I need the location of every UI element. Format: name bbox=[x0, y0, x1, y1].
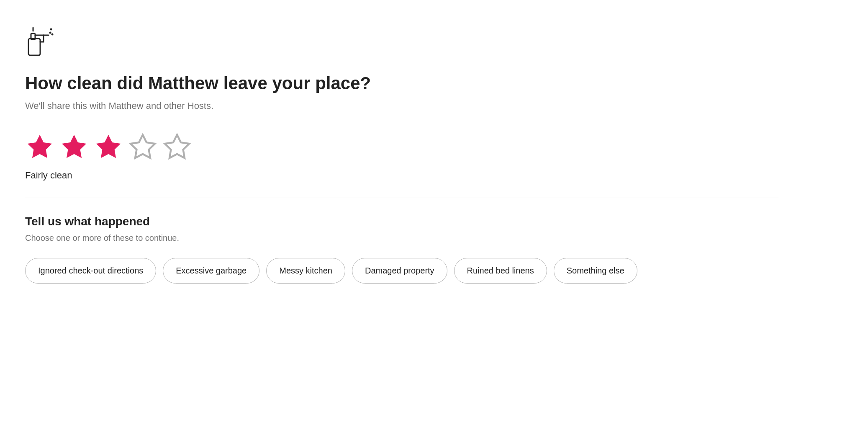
svg-rect-0 bbox=[28, 39, 40, 55]
spray-bottle-icon bbox=[25, 25, 778, 73]
svg-point-5 bbox=[50, 28, 52, 31]
rating-label: Fairly clean bbox=[25, 170, 778, 181]
svg-marker-9 bbox=[96, 135, 121, 158]
divider bbox=[25, 198, 778, 198]
tag-something-else[interactable]: Something else bbox=[554, 258, 637, 284]
section-title: Tell us what happened bbox=[25, 215, 778, 228]
star-1[interactable] bbox=[25, 132, 54, 162]
tag-messy-kitchen[interactable]: Messy kitchen bbox=[266, 258, 345, 284]
page-container: How clean did Matthew leave your place? … bbox=[25, 17, 778, 284]
tags-container: Ignored check-out directions Excessive g… bbox=[25, 258, 778, 284]
tag-ruined-bed-linens[interactable]: Ruined bed linens bbox=[454, 258, 547, 284]
tag-excessive-garbage[interactable]: Excessive garbage bbox=[163, 258, 259, 284]
star-3[interactable] bbox=[94, 132, 123, 162]
svg-marker-11 bbox=[165, 135, 189, 158]
star-4[interactable] bbox=[128, 132, 157, 162]
star-5[interactable] bbox=[162, 132, 192, 162]
svg-marker-8 bbox=[62, 135, 86, 158]
tag-damaged-property[interactable]: Damaged property bbox=[352, 258, 447, 284]
stars-container[interactable] bbox=[25, 132, 778, 162]
section-subtitle: Choose one or more of these to continue. bbox=[25, 233, 778, 243]
svg-marker-7 bbox=[28, 135, 52, 158]
subtitle: We'll share this with Matthew and other … bbox=[25, 101, 778, 111]
svg-point-4 bbox=[51, 34, 54, 36]
tag-ignored-checkout[interactable]: Ignored check-out directions bbox=[25, 258, 156, 284]
svg-marker-10 bbox=[131, 135, 155, 158]
star-2[interactable] bbox=[59, 132, 89, 162]
svg-point-3 bbox=[49, 32, 51, 34]
main-title: How clean did Matthew leave your place? bbox=[25, 73, 778, 94]
